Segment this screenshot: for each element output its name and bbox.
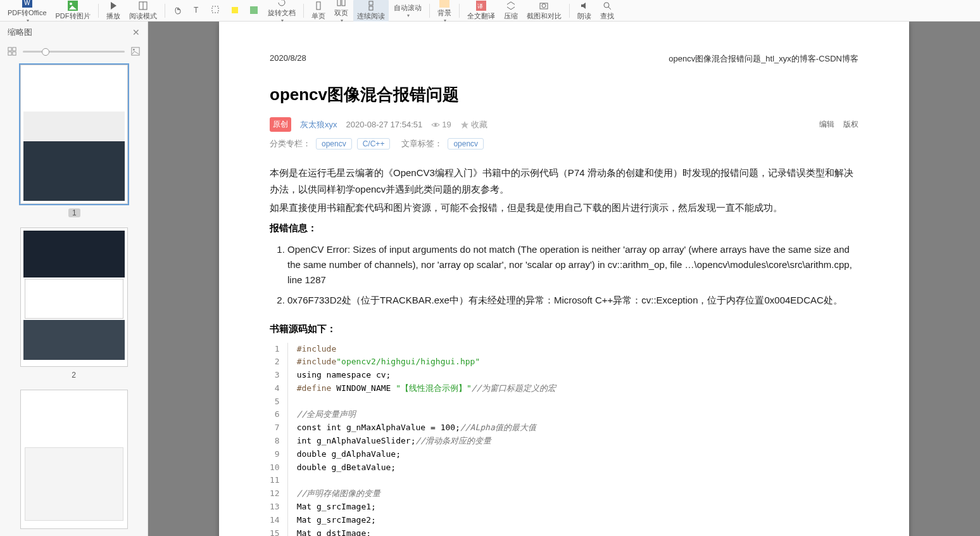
icon-set-1[interactable] — [169, 4, 187, 17]
translate-icon: 译 — [476, 1, 486, 11]
compress-button[interactable]: 压缩 — [500, 0, 522, 22]
thumb-number-1: 1 — [19, 208, 129, 227]
sidebar-header: 缩略图 ✕ — [0, 22, 148, 43]
copyright-link[interactable]: 版权 — [843, 119, 858, 130]
document-viewer[interactable]: 2020/8/28 opencv图像混合报错问题_htl_xyx的博客-CSDN… — [148, 22, 980, 536]
play-icon — [108, 1, 118, 11]
continuous-icon — [366, 1, 376, 11]
author-link[interactable]: 灰太狼xyx — [300, 119, 337, 131]
svg-rect-13 — [369, 1, 373, 5]
svg-point-20 — [604, 3, 609, 8]
note-icon — [249, 5, 259, 15]
category-row: 分类专栏： opencv C/C++ 文章标签： opencv — [270, 138, 858, 150]
translate-button[interactable]: 译全文翻译 — [463, 0, 499, 22]
rotate-icon — [277, 0, 287, 8]
double-page-icon — [336, 0, 346, 8]
article-tag[interactable]: opencv — [448, 138, 484, 150]
image-icon — [68, 1, 78, 11]
toolbar: WPDF转Office▾ PDF转图片 播放 阅读模式 T 旋转文档▾ 单页 双… — [0, 0, 980, 22]
picture-icon[interactable] — [131, 47, 140, 56]
thumb-size-slider[interactable] — [23, 51, 125, 53]
svg-text:W: W — [24, 0, 30, 6]
svg-rect-24 — [8, 52, 11, 55]
page-header: 2020/8/28 opencv图像混合报错问题_htl_xyx的博客-CSDN… — [270, 53, 858, 65]
reading-mode-button[interactable]: 阅读模式 — [125, 0, 161, 22]
error-item-1: OpenCV Error: Sizes of input arguments d… — [287, 242, 858, 288]
error-item-2: 0x76F733D2处（位于TRACKBAR.exe中）有未经处理的异常：Mic… — [287, 293, 858, 308]
svg-point-19 — [542, 4, 546, 8]
screenshot-button[interactable]: 截图和对比 — [523, 0, 565, 22]
main-layout: 缩略图 ✕ 1 2 — [0, 22, 980, 536]
continuous-button[interactable]: 连续阅读 — [353, 0, 389, 22]
icon-set-4[interactable] — [226, 4, 244, 17]
highlight-icon — [230, 5, 240, 15]
category-tag[interactable]: C/C++ — [357, 138, 391, 150]
publish-datetime: 2020-08-27 17:54:51 — [346, 120, 423, 129]
page-date: 2020/8/28 — [270, 53, 306, 65]
thumbnail-list: 1 2 — [0, 60, 148, 536]
find-button[interactable]: 查找 — [596, 0, 618, 22]
meta-row: 原创 灰太狼xyx 2020-08-27 17:54:51 19 收藏 编辑 版… — [270, 117, 858, 132]
svg-rect-8 — [232, 7, 238, 13]
svg-point-28 — [434, 124, 437, 126]
close-icon[interactable]: ✕ — [132, 27, 140, 37]
play-button[interactable]: 播放 — [103, 0, 124, 22]
svg-text:T: T — [194, 6, 199, 15]
error-heading: 报错信息： — [270, 222, 858, 234]
code-block: 12345678910111213141516171819 #include#i… — [270, 343, 858, 537]
svg-rect-15 — [439, 0, 449, 8]
svg-rect-9 — [250, 6, 258, 14]
grid-icon[interactable] — [8, 47, 16, 56]
icon-set-5[interactable] — [245, 4, 263, 17]
paragraph-1: 本例是在运行毛星云编著的《OpenCV3编程入门》书籍中的示例代码（P74 滑动… — [270, 165, 858, 197]
auto-scroll-button[interactable]: 自动滚动▾ — [390, 2, 425, 20]
svg-text:译: 译 — [477, 3, 483, 10]
paragraph-2: 如果直接使用书籍配套代码和图片资源，可能不会报错，但是我是使用自己下载的图片进行… — [270, 200, 858, 216]
svg-rect-25 — [13, 52, 16, 55]
pdf-to-image-button[interactable]: PDF转图片 — [52, 0, 94, 22]
book-icon — [138, 1, 148, 11]
edit-link[interactable]: 编辑 — [819, 119, 834, 130]
icon-set-2[interactable]: T — [188, 4, 206, 17]
bg-icon — [439, 0, 449, 8]
svg-rect-7 — [212, 6, 218, 13]
read-aloud-button[interactable]: 朗读 — [574, 0, 595, 22]
select-icon — [211, 5, 221, 15]
thumbnail-sidebar: 缩略图 ✕ 1 2 — [0, 22, 148, 536]
icon-set-3[interactable] — [207, 4, 225, 17]
thumbnail-page-3[interactable] — [20, 390, 128, 529]
search-icon — [602, 1, 612, 11]
svg-line-21 — [608, 7, 611, 10]
sidebar-title: 缩略图 — [8, 27, 32, 38]
favorite-button[interactable]: 收藏 — [460, 119, 487, 131]
page-1: 2020/8/28 opencv图像混合报错问题_htl_xyx的博客-CSDN… — [219, 22, 909, 536]
compress-icon — [506, 1, 516, 11]
svg-point-3 — [70, 3, 72, 5]
tag-label: 文章标签： — [401, 138, 443, 150]
svg-rect-22 — [8, 48, 11, 51]
category-tag[interactable]: opencv — [316, 138, 352, 150]
page-title: opencv图像混合报错问题 — [270, 84, 858, 106]
code-heading: 书籍源码如下： — [270, 323, 858, 335]
speaker-icon — [579, 1, 589, 11]
thumbnail-page-1[interactable] — [20, 65, 128, 204]
code-lines: #include#include"opencv2/highgui/highgui… — [288, 343, 556, 537]
svg-rect-12 — [342, 0, 345, 6]
line-numbers: 12345678910111213141516171819 — [270, 343, 288, 537]
text-select-icon: T — [192, 5, 202, 15]
star-icon — [460, 120, 469, 129]
svg-rect-11 — [337, 0, 341, 6]
category-label: 分类专栏： — [270, 138, 311, 150]
page-header-right: opencv图像混合报错问题_htl_xyx的博客-CSDN博客 — [669, 53, 858, 65]
thumbnail-page-2[interactable] — [20, 227, 128, 367]
svg-rect-14 — [369, 6, 373, 10]
sidebar-controls — [0, 43, 148, 60]
svg-rect-23 — [13, 48, 16, 51]
svg-point-27 — [133, 49, 135, 51]
single-page-button[interactable]: 单页 — [308, 0, 329, 22]
camera-icon — [539, 1, 549, 11]
hand-icon — [173, 5, 183, 15]
word-icon: W — [22, 0, 32, 8]
original-badge: 原创 — [270, 117, 291, 132]
error-list: OpenCV Error: Sizes of input arguments d… — [287, 242, 858, 308]
